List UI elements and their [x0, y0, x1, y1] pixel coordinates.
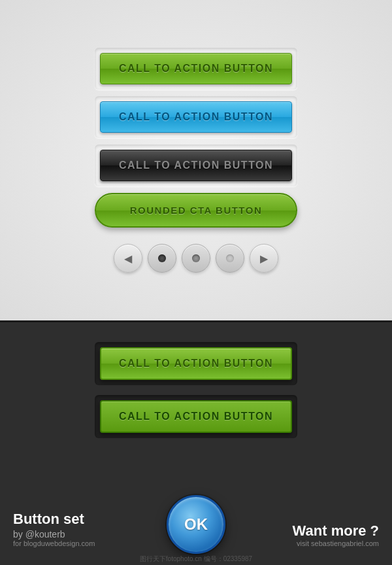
pagination-dot-3[interactable]	[216, 244, 244, 273]
green-dark-cta-button-2[interactable]: CALL TO ACTION BUTTON	[100, 400, 292, 433]
ok-button-container: OK	[167, 488, 225, 554]
dot-inner-3	[226, 254, 234, 262]
button-set-title: Button set	[13, 510, 95, 529]
green-dark-button-wrapper-2: CALL TO ACTION BUTTON	[95, 395, 297, 438]
for-label: for blogduwebdesign.com	[13, 539, 95, 547]
want-more-label: Want more ?	[293, 522, 379, 539]
prev-button[interactable]: ◀	[114, 244, 142, 273]
right-arrow-icon: ▶	[260, 252, 268, 265]
left-arrow-icon: ◀	[124, 252, 132, 265]
blue-button-wrapper: CALL TO ACTION BUTTON	[95, 96, 297, 138]
bottom-left-credits: Button set by @kouterb for blogduwebdesi…	[13, 510, 95, 547]
bottom-right-credits: Want more ? visit sebastiengabriel.com	[293, 522, 379, 547]
dot-inner-2	[192, 254, 200, 262]
dot-inner-1	[158, 254, 166, 262]
visit-label: visit sebastiengabriel.com	[293, 539, 379, 547]
rounded-cta-button[interactable]: ROUNDED CTA BUTTON	[95, 193, 297, 228]
green-button-wrapper: CALL TO ACTION BUTTON	[95, 48, 297, 90]
dark-button-wrapper: CALL To ACTION BUTTON	[95, 145, 297, 186]
top-section: CALL TO ACTION BUTTON CALL TO ACTION BUT…	[0, 0, 392, 320]
next-button[interactable]: ▶	[250, 244, 278, 273]
blue-cta-button[interactable]: CALL TO ACTION BUTTON	[100, 101, 292, 133]
watermark-text: 图行天下fotophoto.cn 编号：02335987	[140, 555, 252, 564]
green-cta-button[interactable]: CALL TO ACTION BUTTON	[100, 53, 292, 84]
bottom-section: CALL TO ACTION BUTTON CALL TO ACTION BUT…	[0, 322, 392, 565]
dark-cta-button[interactable]: CALL To ACTION BUTTON	[100, 150, 292, 181]
green-dark-button-wrapper-1: CALL TO ACTION BUTTON	[95, 342, 297, 385]
pagination-dot-1[interactable]	[148, 244, 176, 273]
pagination-row: ◀ ▶	[114, 244, 278, 273]
author-label: by @kouterb	[13, 529, 95, 539]
pagination-dot-2[interactable]	[182, 244, 210, 273]
ok-circle-button[interactable]: OK	[167, 495, 225, 554]
green-dark-cta-button-1[interactable]: CALL TO ACTION BUTTON	[100, 347, 292, 380]
